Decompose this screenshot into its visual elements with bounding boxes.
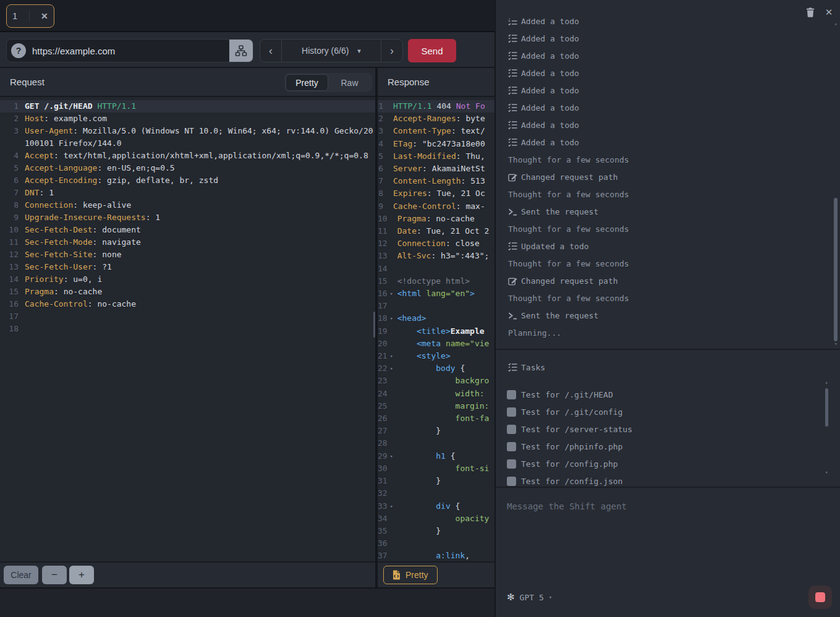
- code-line: 6Server: AkamaiNetSt: [378, 163, 494, 175]
- timeline-item-label: Sent the request: [521, 311, 598, 320]
- code-line: 17: [0, 310, 375, 323]
- history-next-button[interactable]: ›: [381, 39, 403, 62]
- sitemap-icon: [235, 45, 247, 57]
- help-icon[interactable]: ?: [11, 43, 26, 58]
- tab-label: 1: [12, 11, 17, 21]
- code-line: 4Accept: text/html,application/xhtml+xml…: [0, 150, 375, 162]
- toolbar: ? ‹ History (6/6) ▾ › Send: [0, 32, 494, 68]
- task-checkbox[interactable]: [507, 425, 516, 434]
- task-checkbox[interactable]: [507, 390, 516, 399]
- fold-toggle-icon[interactable]: ▾: [388, 287, 396, 300]
- code-line: 29▾ h1 {: [378, 450, 494, 462]
- task-item[interactable]: Test for /.git/config: [496, 403, 840, 420]
- timeline-item-label: Added a todo: [521, 51, 579, 61]
- timeline-item-label: Added a todo: [521, 86, 579, 95]
- main-split: Request Pretty Raw 1GET /.git/HEAD HTTP/…: [0, 68, 494, 587]
- code-line: 13Sec-Fetch-User: ?1: [0, 261, 375, 273]
- agent-composer-section: Message the Shift agent ✻ GPT 5 ▾: [496, 489, 840, 617]
- task-list: Test for /.git/HEADTest for /.git/config…: [496, 386, 840, 490]
- pencil-square-icon: [508, 172, 521, 182]
- code-line: 15<!doctype html>: [378, 275, 494, 287]
- scroll-down-icon[interactable]: ▾: [834, 341, 838, 347]
- scroll-down-icon[interactable]: ▾: [825, 470, 828, 475]
- task-checkbox[interactable]: [507, 459, 516, 469]
- trash-icon[interactable]: [804, 6, 817, 19]
- fold-toggle-icon[interactable]: ▾: [388, 450, 396, 462]
- composer-placeholder: Message the Shift agent: [507, 501, 627, 511]
- zoom-out-button[interactable]: −: [42, 566, 67, 584]
- code-line: 21▾ <style>: [378, 350, 494, 362]
- task-checkbox[interactable]: [507, 477, 516, 486]
- timeline-item-label: Thought for a few seconds: [508, 259, 629, 268]
- response-pretty-button[interactable]: Pretty: [383, 566, 438, 584]
- timeline-scrollbar-thumb[interactable]: [834, 198, 838, 341]
- tab-bar: 1 ✕: [0, 0, 494, 32]
- code-line: 26 font-fa: [378, 412, 494, 425]
- close-icon[interactable]: ✕: [823, 6, 835, 19]
- timeline-item-label: Added a todo: [521, 138, 579, 147]
- agent-message-input[interactable]: Message the Shift agent: [496, 489, 840, 576]
- clear-button[interactable]: Clear: [4, 566, 38, 584]
- todo-list-icon: [508, 69, 521, 77]
- timeline-item-label: Added a todo: [521, 69, 579, 78]
- task-item[interactable]: Test for /.git/HEAD: [496, 386, 840, 403]
- code-line: 35 }: [378, 525, 494, 537]
- tab-1[interactable]: 1 ✕: [6, 4, 54, 28]
- code-line: 18: [0, 323, 375, 335]
- scroll-up-icon[interactable]: ▴: [834, 21, 838, 27]
- code-line: 4ETag: "bc2473a18e00: [378, 138, 494, 150]
- view-raw-button[interactable]: Raw: [328, 74, 371, 91]
- request-header: Request Pretty Raw: [0, 68, 375, 97]
- fold-toggle-icon[interactable]: ▾: [388, 500, 396, 513]
- code-line: 23 backgro: [378, 375, 494, 387]
- send-button[interactable]: Send: [408, 39, 456, 62]
- timeline-item-label: Added a todo: [521, 19, 579, 26]
- url-input[interactable]: [26, 40, 229, 62]
- view-pretty-button[interactable]: Pretty: [286, 74, 328, 91]
- tasks-title: Tasks: [521, 363, 545, 372]
- terminal-icon: [508, 312, 521, 320]
- task-label: Test for /server-status: [521, 425, 632, 434]
- sitemap-button[interactable]: [229, 39, 253, 62]
- terminal-icon: [508, 208, 521, 216]
- todo-list-icon: [508, 103, 521, 112]
- task-item[interactable]: Test for /config.json: [496, 472, 840, 490]
- code-line: 15Pragma: no-cache: [0, 286, 375, 298]
- task-label: Test for /phpinfo.php: [521, 442, 622, 451]
- code-line: 14: [378, 263, 494, 275]
- tab-close-icon[interactable]: ✕: [41, 11, 48, 21]
- scroll-up-icon[interactable]: ▴: [825, 380, 828, 385]
- task-item[interactable]: Test for /config.php: [496, 455, 840, 472]
- code-line: 2Host: example.com: [0, 113, 375, 125]
- chevron-down-icon: ▾: [357, 47, 361, 55]
- timeline-item: Updated a todo: [496, 237, 840, 255]
- history-prev-button[interactable]: ‹: [260, 39, 282, 62]
- stop-button[interactable]: [808, 585, 832, 609]
- fold-toggle-icon[interactable]: ▾: [388, 312, 396, 325]
- zoom-in-button[interactable]: +: [69, 566, 94, 584]
- task-checkbox[interactable]: [507, 442, 516, 451]
- request-code-editor[interactable]: 1GET /.git/HEAD HTTP/1.12Host: example.c…: [0, 98, 375, 568]
- fold-toggle-icon[interactable]: ▾: [388, 362, 396, 375]
- response-code-viewer[interactable]: 1HTTP/1.1 404 Not Fo2Accept-Ranges: byte…: [378, 98, 494, 568]
- chevron-down-icon: ▾: [549, 594, 552, 600]
- code-line: 10Pragma: no-cache: [378, 213, 494, 225]
- code-line: 22▾ body {: [378, 362, 494, 375]
- code-line: 12Sec-Fetch-Site: none: [0, 249, 375, 261]
- tasks-scrollbar-thumb[interactable]: [825, 388, 828, 427]
- history-dropdown[interactable]: History (6/6) ▾: [282, 39, 381, 62]
- code-line: 7DNT: 1: [0, 187, 375, 199]
- model-selector[interactable]: ✻ GPT 5 ▾: [507, 592, 552, 603]
- timeline-item-label: Thought for a few seconds: [508, 224, 629, 234]
- task-item[interactable]: Test for /phpinfo.php: [496, 438, 840, 455]
- fold-toggle-icon[interactable]: ▾: [388, 350, 396, 362]
- task-label: Test for /config.json: [521, 477, 622, 486]
- code-line: 3User-Agent: Mozilla/5.0 (Windows NT 10.…: [0, 125, 375, 150]
- timeline-item: Thought for a few seconds: [496, 220, 840, 237]
- chevron-left-icon: ‹: [269, 45, 273, 57]
- task-item[interactable]: Test for /server-status: [496, 420, 840, 438]
- timeline-item: Added a todo: [496, 47, 840, 64]
- task-checkbox[interactable]: [507, 407, 516, 417]
- code-line: 7Content-Length: 513: [378, 175, 494, 187]
- http-client-app: 1 ✕ ? ‹ History (6/6: [0, 0, 494, 617]
